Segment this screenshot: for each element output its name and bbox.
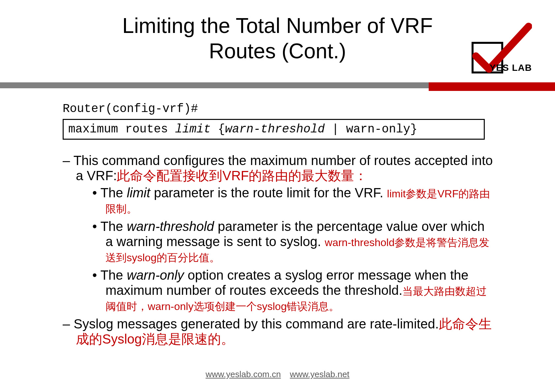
b1-text-cn: 此命令配置接收到VRF的路由的最大数量： — [117, 168, 367, 183]
b1a-it: limit — [127, 185, 150, 200]
divider-red — [429, 82, 555, 91]
bullet-list: This command configures the maximum numb… — [63, 153, 495, 347]
divider-gray — [0, 82, 429, 88]
cmd-limit: limit — [175, 123, 211, 136]
bullet-1: This command configures the maximum numb… — [63, 153, 495, 183]
config-prompt: Router(config-vrf)# — [63, 102, 495, 116]
b1c-pre: The — [100, 268, 127, 282]
footer-link-2[interactable]: www.yeslab.net — [290, 369, 350, 379]
content-area: Router(config-vrf)# maximum routes limit… — [63, 102, 495, 348]
cmd-prefix: maximum routes — [68, 123, 175, 136]
footer-link-1[interactable]: www.yeslab.com.cn — [205, 369, 281, 379]
bullet-1c: The warn-only option creates a syslog er… — [92, 267, 495, 313]
bullet-2: Syslog messages generated by this comman… — [63, 316, 495, 347]
logo-text: YES LAB — [490, 63, 532, 73]
bullet-1a: The limit parameter is the route limit f… — [92, 185, 495, 215]
cmd-warn-threshold: warn-threshold — [225, 123, 324, 136]
b1a-pre: The — [100, 185, 127, 200]
cmd-brace-open: { — [211, 123, 225, 136]
slide: Limiting the Total Number of VRF Routes … — [0, 0, 555, 392]
cmd-suffix: | warn-only} — [325, 123, 417, 136]
command-box: maximum routes limit {warn-threshold | w… — [63, 119, 485, 140]
footer-links: www.yeslab.com.cn www.yeslab.net — [0, 369, 555, 379]
bullet-1b: The warn-threshold parameter is the perc… — [92, 219, 495, 264]
b1b-pre: The — [100, 219, 127, 234]
b1b-it: warn-threshold — [127, 219, 214, 234]
yeslab-logo: YES LAB — [446, 20, 532, 79]
b2-en: Syslog messages generated by this comman… — [74, 317, 439, 331]
b1c-it: warn-only — [127, 268, 184, 282]
slide-title: Limiting the Total Number of VRF Routes … — [96, 13, 459, 64]
b1a-post: parameter is the route limit for the VRF… — [150, 185, 387, 200]
